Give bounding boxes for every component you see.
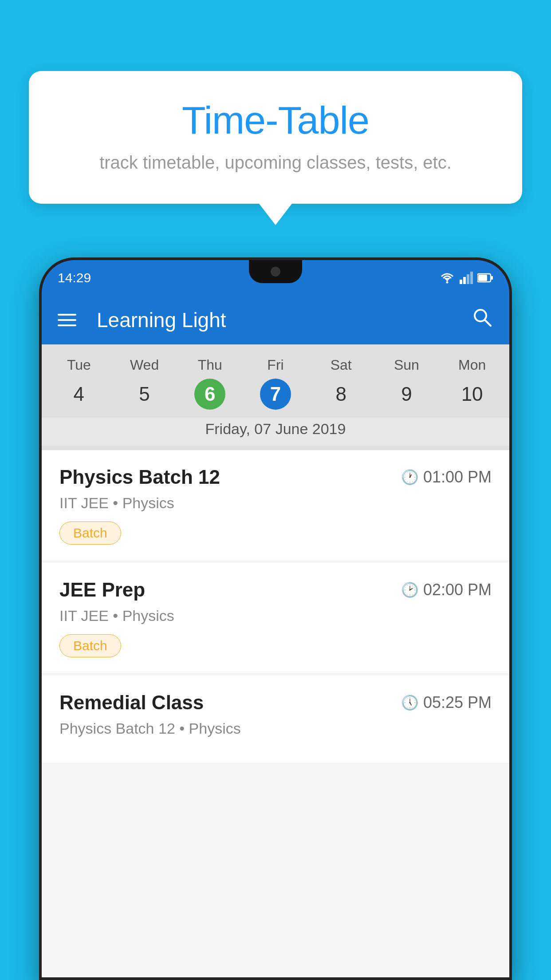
schedule-item-3-subtitle: Physics Batch 12 • Physics	[59, 720, 492, 737]
app-bar: Learning Light	[42, 296, 509, 344]
schedule-item-1[interactable]: Physics Batch 12 🕐 01:00 PM IIT JEE • Ph…	[42, 450, 509, 561]
date-9[interactable]: 9	[391, 379, 422, 410]
clock-icon-2: 🕑	[401, 581, 419, 598]
tooltip-card: Time-Table track timetable, upcoming cla…	[29, 71, 522, 204]
schedule-item-1-badge: Batch	[59, 522, 121, 545]
schedule-item-1-header: Physics Batch 12 🕐 01:00 PM	[59, 466, 492, 488]
schedule-item-3-time: 🕔 05:25 PM	[401, 693, 492, 712]
schedule-item-3[interactable]: Remedial Class 🕔 05:25 PM Physics Batch …	[42, 676, 509, 763]
day-headers: Tue Wed Thu Fri Sat Sun Mon	[42, 355, 509, 375]
svg-rect-5	[470, 272, 473, 284]
day-wed: Wed	[112, 355, 177, 375]
schedule-item-1-subtitle: IIT JEE • Physics	[59, 494, 492, 512]
date-5[interactable]: 5	[129, 379, 160, 410]
day-sat: Sat	[308, 355, 374, 375]
schedule-item-3-time-text: 05:25 PM	[423, 693, 492, 712]
clock-icon-3: 🕔	[401, 694, 419, 711]
day-thu: Thu	[177, 355, 243, 375]
schedule-item-2[interactable]: JEE Prep 🕑 02:00 PM IIT JEE • Physics Ba…	[42, 563, 509, 674]
battery-icon	[477, 273, 493, 283]
svg-rect-4	[467, 274, 469, 284]
schedule-item-3-header: Remedial Class 🕔 05:25 PM	[59, 692, 492, 714]
svg-rect-3	[463, 277, 466, 284]
svg-rect-2	[460, 280, 462, 284]
tooltip-title: Time-Table	[64, 98, 487, 143]
svg-rect-7	[491, 276, 493, 280]
calendar-strip: Tue Wed Thu Fri Sat Sun Mon 4 5 6 7 8 9 …	[42, 344, 509, 450]
date-6-today[interactable]: 6	[194, 379, 225, 410]
svg-rect-8	[478, 275, 487, 281]
schedule-item-2-title: JEE Prep	[59, 579, 145, 601]
schedule-item-3-title: Remedial Class	[59, 692, 204, 714]
status-icons	[439, 272, 493, 284]
phone-frame: 14:29	[39, 257, 512, 980]
notch	[249, 260, 302, 283]
day-numbers: 4 5 6 7 8 9 10	[42, 375, 509, 418]
day-fri: Fri	[243, 355, 308, 375]
hamburger-menu-icon[interactable]	[58, 314, 76, 326]
selected-date-label: Friday, 07 June 2019	[42, 418, 509, 446]
clock-icon-1: 🕐	[401, 469, 419, 486]
svg-marker-0	[444, 278, 450, 281]
day-tue: Tue	[46, 355, 112, 375]
search-icon[interactable]	[471, 306, 493, 334]
schedule-item-1-title: Physics Batch 12	[59, 466, 220, 488]
signal-icon	[460, 272, 473, 284]
date-7-selected[interactable]: 7	[260, 379, 291, 410]
date-10[interactable]: 10	[457, 379, 488, 410]
svg-line-10	[485, 320, 491, 326]
schedule-item-2-header: JEE Prep 🕑 02:00 PM	[59, 579, 492, 601]
phone-content: Tue Wed Thu Fri Sat Sun Mon 4 5 6 7 8 9 …	[42, 344, 509, 977]
date-4[interactable]: 4	[63, 379, 94, 410]
status-time: 14:29	[58, 270, 91, 285]
schedule-item-2-badge: Batch	[59, 634, 121, 657]
schedule-item-1-time-text: 01:00 PM	[423, 468, 492, 486]
schedule-item-2-subtitle: IIT JEE • Physics	[59, 607, 492, 624]
schedule-item-2-time: 🕑 02:00 PM	[401, 581, 492, 599]
tooltip-subtitle: track timetable, upcoming classes, tests…	[64, 153, 487, 173]
schedule-list: Physics Batch 12 🕐 01:00 PM IIT JEE • Ph…	[42, 450, 509, 977]
schedule-item-1-time: 🕐 01:00 PM	[401, 468, 492, 486]
schedule-item-2-time-text: 02:00 PM	[423, 581, 492, 599]
camera-dot	[271, 267, 280, 277]
day-mon: Mon	[439, 355, 505, 375]
app-title: Learning Light	[97, 308, 455, 332]
svg-point-1	[446, 281, 449, 284]
wifi-icon	[439, 272, 455, 284]
date-8[interactable]: 8	[326, 379, 357, 410]
status-bar: 14:29	[42, 260, 509, 296]
day-sun: Sun	[374, 355, 440, 375]
